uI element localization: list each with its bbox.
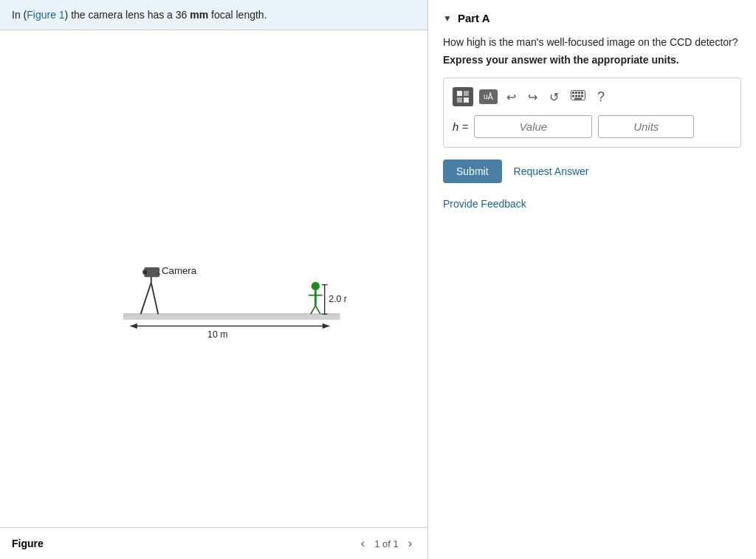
figure-area: Camera 2.0 m (0, 30, 427, 559)
right-panel: ▼ Part A How high is the man's well-focu… (428, 0, 756, 559)
svg-rect-32 (574, 98, 582, 100)
redo-button[interactable]: ↪ (525, 89, 540, 106)
svg-rect-19 (457, 91, 462, 96)
height-label: 2.0 m (329, 294, 347, 304)
collapse-icon[interactable]: ▼ (443, 13, 452, 24)
figure-footer: Figure ‹ 1 of 1 › (0, 527, 427, 559)
prev-figure-button[interactable]: ‹ (357, 535, 368, 552)
problem-statement: In (Figure 1) the camera lens has a 36 m… (0, 0, 427, 30)
diagram-container: Camera 2.0 m (0, 30, 427, 527)
keyboard-button[interactable] (568, 89, 588, 105)
distance-label: 10 m (207, 329, 227, 339)
problem-end: focal length. (208, 9, 267, 21)
submit-button[interactable]: Submit (443, 160, 502, 183)
toolbar: uÅ ↩ ↪ ↺ ? (453, 87, 732, 106)
svg-marker-18 (322, 323, 329, 329)
figure-link[interactable]: Figure 1 (27, 9, 64, 21)
figure-navigation: ‹ 1 of 1 › (357, 535, 416, 552)
problem-prefix: In ( (12, 9, 27, 21)
svg-marker-17 (130, 323, 137, 329)
svg-rect-22 (464, 97, 469, 103)
svg-rect-28 (572, 95, 574, 97)
svg-rect-21 (457, 97, 462, 103)
svg-rect-31 (581, 95, 583, 97)
svg-rect-30 (578, 95, 580, 97)
action-row: Submit Request Answer (443, 160, 741, 183)
next-figure-button[interactable]: › (405, 535, 416, 552)
svg-line-11 (310, 306, 315, 314)
problem-suffix: ) the camera lens has a 36 (65, 9, 190, 21)
answer-row: h = (453, 115, 732, 138)
svg-rect-25 (575, 92, 577, 94)
provide-feedback-link[interactable]: Provide Feedback (443, 198, 741, 210)
part-label: Part A (458, 12, 490, 24)
svg-line-2 (140, 282, 151, 314)
value-input[interactable] (474, 115, 592, 138)
svg-rect-6 (142, 270, 147, 274)
undo-button[interactable]: ↩ (504, 89, 519, 106)
diagram-svg: Camera 2.0 m (81, 213, 347, 346)
left-panel: In (Figure 1) the camera lens has a 36 m… (0, 0, 428, 559)
part-header: ▼ Part A (443, 12, 741, 24)
svg-rect-27 (581, 92, 583, 94)
camera-label: Camera (161, 265, 196, 276)
svg-rect-26 (578, 92, 580, 94)
units-input[interactable] (598, 115, 694, 138)
express-text: Express your answer with the appropriate… (443, 54, 741, 66)
answer-box: uÅ ↩ ↪ ↺ ? (443, 78, 741, 148)
svg-rect-29 (575, 95, 577, 97)
keyboard-icon (571, 90, 585, 100)
answer-label: h = (453, 120, 468, 133)
page-indicator: 1 of 1 (374, 538, 399, 549)
svg-rect-24 (572, 92, 574, 94)
svg-point-8 (311, 281, 319, 289)
svg-rect-1 (123, 314, 340, 320)
figure-label: Figure (12, 538, 44, 549)
unit-label: mm (190, 9, 208, 21)
svg-rect-20 (464, 91, 469, 96)
reset-button[interactable]: ↺ (546, 89, 562, 106)
help-button[interactable]: ? (594, 88, 608, 106)
unit-toggle-button[interactable]: uÅ (479, 89, 498, 104)
matrix-button[interactable] (453, 87, 473, 106)
svg-line-12 (315, 306, 320, 314)
grid-icon (456, 90, 470, 103)
request-answer-link[interactable]: Request Answer (514, 165, 589, 177)
svg-line-3 (151, 282, 157, 314)
question-text: How high is the man's well-focused image… (443, 36, 741, 48)
